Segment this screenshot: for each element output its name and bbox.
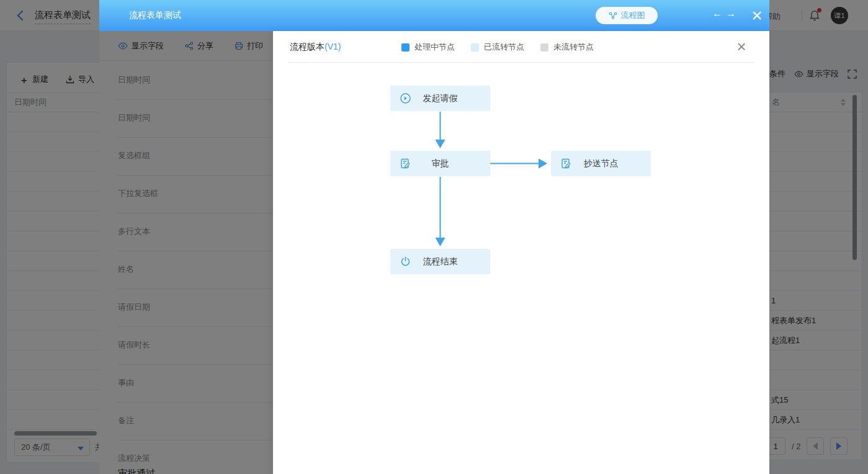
flow-node-approve: 审批 bbox=[390, 151, 490, 176]
drawer-header: 流程表单测试 流程图 ← → × bbox=[99, 0, 769, 31]
node-label: 抄送节点 bbox=[584, 158, 619, 169]
flow-node-end: 流程结束 bbox=[390, 249, 490, 274]
doc-edit-icon bbox=[561, 158, 571, 169]
flow-legend: 处理中节点 已流转节点 未流转节点 bbox=[401, 42, 594, 53]
node-label: 发起请假 bbox=[423, 93, 458, 104]
flow-version: 流程版本(V1) bbox=[290, 42, 341, 53]
doc-edit-icon bbox=[400, 158, 411, 169]
node-label: 流程结束 bbox=[423, 256, 458, 267]
screen: 流程表单测试 帮助 谭1 ＋ 新建 导入 日期时间 bbox=[0, 0, 868, 474]
version-number[interactable]: (V1) bbox=[324, 42, 341, 51]
legend-item-passed: 已流转节点 bbox=[471, 42, 524, 53]
drawer-title: 流程表单测试 bbox=[129, 10, 181, 21]
drawer-close-icon[interactable]: × bbox=[745, 3, 769, 28]
flow-arrows bbox=[273, 63, 769, 474]
flow-panel-header: 流程版本(V1) 处理中节点 已流转节点 未流转节点 × bbox=[273, 31, 769, 62]
legend-item-active: 处理中节点 bbox=[401, 42, 455, 53]
flow-canvas: 发起请假 审批 抄送节点 流程结束 bbox=[273, 63, 769, 474]
flow-icon bbox=[609, 11, 617, 20]
legend-swatch bbox=[540, 43, 548, 51]
node-label: 审批 bbox=[432, 158, 449, 169]
flow-panel-close-icon[interactable]: × bbox=[732, 37, 751, 56]
flow-node-cc: 抄送节点 bbox=[551, 151, 651, 176]
flow-node-start: 发起请假 bbox=[390, 86, 490, 111]
legend-swatch bbox=[471, 43, 479, 51]
play-circle-icon bbox=[400, 93, 411, 104]
flow-diagram-panel: 流程版本(V1) 处理中节点 已流转节点 未流转节点 × bbox=[273, 31, 769, 474]
prev-record-icon[interactable]: ← bbox=[712, 8, 722, 19]
flow-diagram-button[interactable]: 流程图 bbox=[596, 7, 658, 24]
legend-item-pending: 未流转节点 bbox=[540, 42, 594, 53]
next-record-icon[interactable]: → bbox=[726, 8, 736, 19]
power-icon bbox=[400, 256, 411, 267]
record-nav: ← → bbox=[712, 8, 736, 19]
legend-swatch bbox=[401, 43, 409, 51]
